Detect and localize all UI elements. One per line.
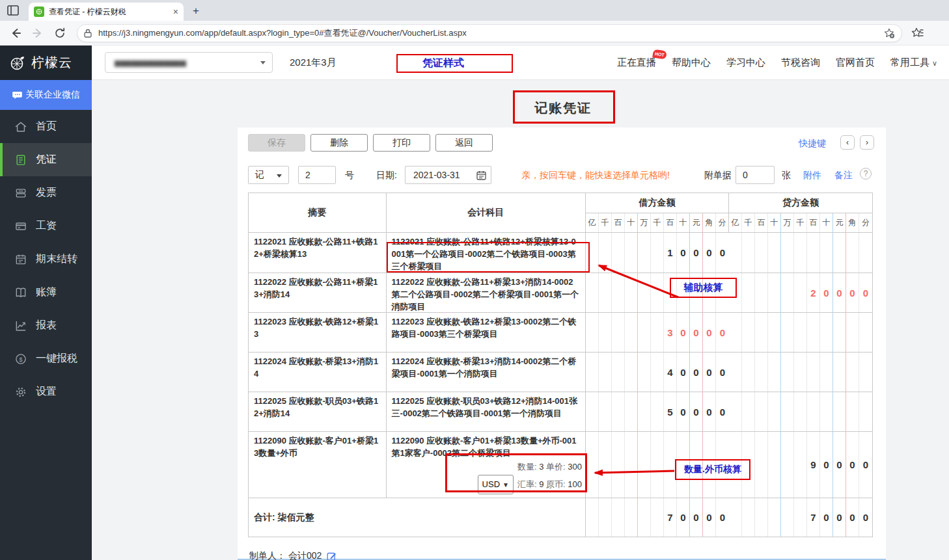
sidebar-item-voucher[interactable]: 凭证 — [0, 143, 92, 176]
account-cell[interactable]: 1122025 应收账款-职员03+铁路12+消防14-001张三-0002第二… — [387, 392, 586, 431]
digit-cell — [768, 498, 781, 537]
digit-cell: 5 — [664, 392, 677, 431]
currency-select[interactable]: USD▼ — [478, 475, 514, 494]
top-nav-item-1[interactable]: 正在直播HOT — [617, 57, 656, 69]
digit-header: 角 — [703, 213, 716, 232]
amount-headers: 借方金额贷方金额亿千百十万千百十元角分亿千百十万千百十元角分 — [586, 193, 872, 232]
sidebar-item-period[interactable]: 期末结转 — [0, 243, 92, 276]
digit-cell — [586, 313, 599, 352]
top-nav-item-6[interactable]: 常用工具∨ — [890, 57, 937, 69]
top-nav-item-5[interactable]: 官网首页 — [836, 57, 875, 69]
help-icon[interactable]: ? — [860, 168, 872, 180]
edit-icon[interactable] — [327, 552, 337, 560]
prev-voucher-button[interactable]: ‹ — [840, 135, 855, 150]
url-text: https://j3.ningmengyun.com/app/default.a… — [98, 27, 883, 39]
digit-cell: 0 — [716, 313, 729, 352]
voucher-row[interactable]: 1122025 应收账款-职员03+铁路12+消防141122025 应收账款-… — [249, 392, 872, 431]
digit-cell — [755, 313, 768, 352]
calendar-icon[interactable] — [476, 170, 486, 180]
summary-cell[interactable]: 1122023 应收账款-铁路12+桥梁13 — [249, 313, 387, 352]
account-cell[interactable]: 1122023 应收账款-铁路12+桥梁13-0002第二个铁路项目-0003第… — [387, 313, 586, 352]
digit-header: 千 — [742, 213, 755, 232]
debit-digits — [586, 273, 729, 312]
digit-header: 百 — [664, 213, 677, 232]
credit-digits: 70000 — [729, 498, 872, 537]
browser-toolbar: https://j3.ningmengyun.com/app/default.a… — [0, 21, 949, 46]
digit-cell: 0 — [846, 432, 859, 498]
sidebar-item-salary[interactable]: 工资 — [0, 209, 92, 243]
sidebar-item-ledger[interactable]: 账簿 — [0, 276, 92, 309]
attachment-link[interactable]: 附件 — [803, 170, 821, 181]
voucher-row[interactable]: 1122090 应收账款-客户01+桥梁13数量+外币1122090 应收账款-… — [249, 431, 872, 498]
digit-cell — [677, 432, 690, 498]
digit-cell — [677, 273, 690, 312]
voucher-word-select[interactable]: 记 — [248, 166, 289, 184]
summary-cell[interactable]: 1122022 应收账款-公路11+桥梁13+消防14 — [249, 273, 387, 312]
top-nav-item-3[interactable]: 学习中心 — [726, 57, 765, 69]
digit-cell — [612, 273, 625, 312]
digit-cell — [625, 313, 638, 352]
account-cell[interactable]: 1122021 应收账款-公路11+铁路12+桥梁核算13-0001第一个公路项… — [387, 233, 586, 273]
tab-close-icon[interactable]: × — [173, 7, 178, 16]
back-button[interactable]: 返回 — [435, 134, 493, 152]
page-title: 记账凭证 — [472, 100, 654, 117]
sidebar-item-home[interactable]: 首页 — [0, 110, 92, 143]
tab-actions-icon[interactable] — [7, 4, 20, 17]
account-cell[interactable]: 1122090 应收账款-客户01+桥梁13数量+外币-001第1家客户-000… — [387, 432, 586, 498]
digit-cell — [625, 273, 638, 312]
voucher-row[interactable]: 1122022 应收账款-公路11+桥梁13+消防141122022 应收账款-… — [249, 273, 872, 312]
summary-cell[interactable]: 1122021 应收账款-公路11+铁路12+桥梁核算13 — [249, 233, 387, 273]
voucher-row[interactable]: 1122024 应收账款-桥梁13+消防141122024 应收账款-桥梁13+… — [249, 352, 872, 392]
digit-cell — [794, 233, 807, 273]
digit-cell — [599, 432, 612, 498]
digit-cell: 0 — [716, 233, 729, 273]
digit-cell — [794, 392, 807, 431]
summary-cell[interactable]: 1122090 应收账款-客户01+桥梁13数量+外币 — [249, 432, 387, 498]
credit-digits — [729, 392, 872, 431]
attached-docs-input[interactable]: 0 — [736, 166, 775, 184]
refresh-icon[interactable] — [53, 27, 66, 40]
top-nav-item-4[interactable]: 节税咨询 — [781, 57, 820, 69]
sidebar-item-report[interactable]: 报表 — [0, 309, 92, 342]
new-tab-button[interactable]: + — [193, 5, 199, 18]
voucher-row[interactable]: 1122021 应收账款-公路11+铁路12+桥梁核算131122021 应收账… — [249, 232, 872, 273]
digit-cell — [625, 233, 638, 273]
voucher-row[interactable]: 1122023 应收账款-铁路12+桥梁131122023 应收账款-铁路12+… — [249, 312, 872, 352]
total-row: 合计: 柒佰元整7000070000 — [249, 498, 872, 537]
date-input[interactable]: 2021-03-31 — [405, 166, 491, 184]
invoice-icon — [14, 187, 27, 200]
digit-header: 亿 — [586, 213, 599, 232]
next-voucher-button[interactable]: › — [860, 135, 874, 150]
browser-tab[interactable]: 查看凭证 - 柠檬云财税 × — [29, 3, 184, 21]
chevron-down-icon — [277, 174, 282, 178]
summary-cell[interactable]: 1122025 应收账款-职员03+铁路12+消防14 — [249, 392, 387, 431]
digit-cell — [599, 392, 612, 431]
digit-cell — [820, 313, 833, 352]
digit-header: 元 — [690, 213, 703, 232]
note-link[interactable]: 备注 — [834, 170, 853, 181]
digit-cell — [651, 392, 664, 431]
company-select[interactable]: ▆▆▆▆▆▆▆▆▆▆▆▆▆ — [105, 52, 273, 73]
back-icon[interactable] — [9, 27, 22, 40]
favorites-list-icon[interactable] — [911, 27, 924, 40]
digit-cell — [859, 392, 872, 431]
chat-icon — [12, 90, 23, 101]
link-enterprise-wechat-button[interactable]: 关联企业微信 — [0, 80, 92, 110]
add-favorite-icon[interactable] — [883, 27, 895, 39]
account-cell[interactable]: 1122022 应收账款-公路11+桥梁13+消防14-0002第二个公路项目-… — [387, 273, 586, 312]
voucher-number-input[interactable]: 2 — [298, 166, 336, 184]
digit-cell — [586, 233, 599, 273]
summary-cell[interactable]: 1122024 应收账款-桥梁13+消防14 — [249, 353, 387, 392]
debit-digits: 70000 — [586, 498, 729, 537]
sidebar-item-invoice[interactable]: 发票 — [0, 176, 92, 209]
sidebar-item-tax[interactable]: $一键报税 — [0, 342, 92, 375]
url-bar[interactable]: https://j3.ningmengyun.com/app/default.a… — [77, 24, 902, 42]
account-cell[interactable]: 1122024 应收账款-桥梁13+消防14-0002第二个桥梁项目-0001第… — [387, 353, 586, 392]
digit-cell — [807, 233, 820, 273]
print-button[interactable]: 打印 — [373, 134, 430, 152]
delete-button[interactable]: 删除 — [310, 134, 368, 152]
shortcut-keys-link[interactable]: 快捷键 — [799, 138, 826, 150]
digit-cell — [755, 273, 768, 312]
sidebar-item-settings[interactable]: 设置 — [0, 375, 92, 408]
top-nav-item-2[interactable]: 帮助中心 — [672, 57, 711, 69]
